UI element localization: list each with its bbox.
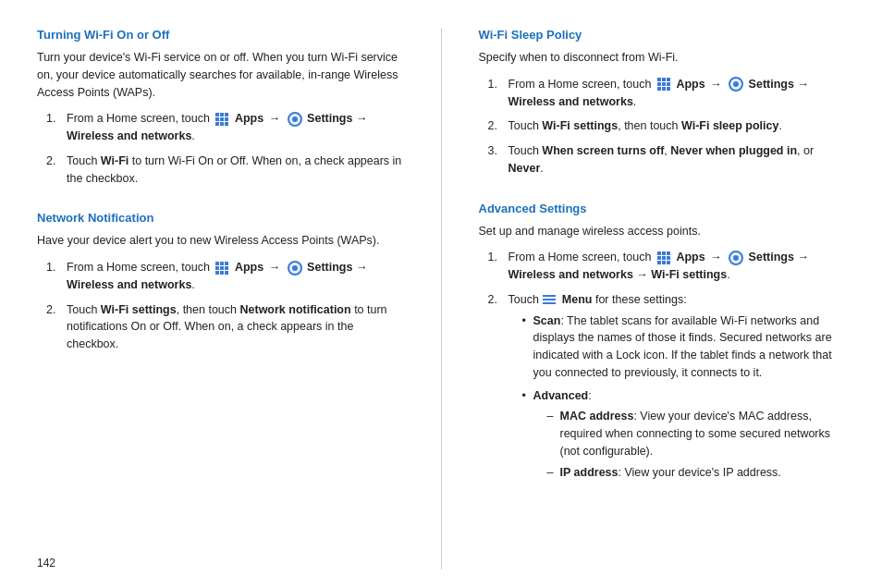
step-content: Touch Wi-Fi settings, then touch Wi-Fi s…: [508, 117, 846, 135]
step-num: 1.: [46, 259, 67, 294]
section-wifi-sleep-policy: Wi-Fi Sleep Policy Specify when to disco…: [479, 28, 846, 185]
sub-list: MAC address: View your device's MAC addr…: [547, 408, 846, 481]
settings-circle: [288, 112, 302, 127]
menu-line-1: [543, 295, 556, 297]
settings-label: Settings: [307, 261, 352, 274]
bullet-list: Scan: The tablet scans for available Wi-…: [522, 312, 846, 482]
step-2-turning-wifi: 2. Touch Wi-Fi to turn Wi-Fi On or Off. …: [46, 153, 404, 188]
wifi-bold: Wi-Fi: [101, 154, 129, 167]
network-notif-bold: Network notification: [240, 303, 351, 316]
arrow2: →: [356, 261, 368, 274]
never-plugged-bold: Never when plugged in: [670, 144, 797, 157]
settings-inner: [733, 255, 739, 261]
step-content: Touch Menu for these settings: Scan: The…: [508, 291, 846, 487]
sub-mac: MAC address: View your device's MAC addr…: [547, 408, 846, 459]
arrow2: →: [356, 112, 368, 125]
arrow: →: [710, 251, 722, 263]
arrow: →: [269, 112, 281, 125]
step-3-wifi-sleep: 3. Touch When screen turns off, Never wh…: [488, 142, 846, 178]
left-column: Turning Wi-Fi On or Off Turn your device…: [37, 28, 404, 570]
advanced-colon: :: [588, 389, 591, 402]
settings-icon: [287, 260, 303, 276]
apps-label: Apps: [235, 261, 263, 274]
section-network-notification: Network Notification Have your device al…: [37, 211, 404, 361]
apps-grid: [657, 78, 670, 91]
period: .: [633, 95, 636, 108]
advanced-bold: Advanced: [533, 389, 589, 402]
settings-inner: [733, 81, 739, 87]
section-body-wifi-sleep: Specify when to disconnect from Wi-Fi.: [479, 49, 846, 67]
settings-label: Settings: [749, 78, 794, 91]
settings-label: Settings: [307, 112, 352, 125]
apps-icon: [214, 260, 230, 276]
steps-advanced: 1. From a Home screen, touch Apps: [488, 249, 846, 486]
section-title-advanced: Advanced Settings: [479, 202, 846, 215]
step-content: Touch Wi-Fi to turn Wi-Fi On or Off. Whe…: [67, 153, 404, 188]
step-num: 2.: [46, 153, 67, 188]
menu-label: Menu: [562, 293, 593, 306]
apps-label: Apps: [676, 78, 704, 91]
bullet-advanced: Advanced: MAC address: View your device'…: [522, 387, 846, 482]
wireless-networks: Wireless and networks: [67, 278, 191, 291]
step-content: From a Home screen, touch Apps →: [508, 249, 846, 284]
never-bold: Never: [508, 162, 541, 175]
right-column: Wi-Fi Sleep Policy Specify when to disco…: [479, 28, 846, 570]
section-title-wifi-sleep: Wi-Fi Sleep Policy: [479, 28, 846, 42]
bullet-scan: Scan: The tablet scans for available Wi-…: [522, 312, 846, 382]
step-content: Touch When screen turns off, Never when …: [508, 142, 846, 178]
sub-ip: IP address: View your device's IP addres…: [547, 464, 846, 482]
arrow: →: [710, 78, 722, 91]
period: .: [191, 129, 194, 142]
apps-label: Apps: [676, 251, 704, 263]
wireless-networks: Wireless and networks: [508, 268, 633, 281]
settings-circle: [729, 77, 743, 92]
apps-grid: [657, 251, 670, 264]
settings-label: Settings: [749, 251, 794, 263]
apps-icon: [214, 111, 230, 128]
arrow: →: [269, 261, 281, 274]
step-1-network-notification: 1. From a Home screen, touch Apps: [46, 259, 404, 294]
column-divider: [441, 28, 442, 570]
step-1-advanced: 1. From a Home screen, touch Apps: [488, 249, 846, 284]
settings-circle: [288, 261, 302, 276]
apps-icon: [655, 250, 672, 266]
menu-line-2: [543, 299, 556, 300]
settings-icon: [728, 250, 744, 266]
arrow2: →: [797, 251, 809, 263]
arrow3: →: [636, 268, 648, 281]
wifi-settings-bold: Wi-Fi settings: [101, 303, 177, 316]
step-content: From a Home screen, touch Apps →: [67, 110, 404, 145]
settings-inner: [292, 265, 298, 271]
settings-circle: [729, 251, 743, 265]
menu-icon: [543, 293, 557, 306]
step-num: 1.: [488, 76, 508, 111]
arrow2: →: [797, 78, 809, 91]
step-num: 2.: [488, 117, 508, 135]
menu-line-3: [543, 302, 556, 304]
step-num: 1.: [488, 249, 508, 284]
ip-bold: IP address: [560, 466, 619, 479]
section-title-turning-wifi: Turning Wi-Fi On or Off: [37, 28, 404, 42]
steps-wifi-sleep: 1. From a Home screen, touch Apps: [488, 76, 846, 178]
sleep-policy-bold: Wi-Fi sleep policy: [681, 119, 778, 132]
period: .: [191, 278, 194, 291]
step-num: 2.: [488, 291, 508, 487]
wifi-settings-label: Wi-Fi settings: [651, 268, 727, 281]
apps-icon: [655, 76, 672, 92]
scan-bold: Scan: [533, 314, 561, 327]
section-body-advanced: Set up and manage wireless access points…: [479, 223, 846, 240]
section-body-network-notification: Have your device alert you to new Wirele…: [37, 232, 404, 250]
step-num: 2.: [46, 301, 67, 353]
step-content: Touch Wi-Fi settings, then touch Network…: [67, 301, 404, 353]
wireless-networks: Wireless and networks: [67, 129, 191, 142]
wifi-settings-bold: Wi-Fi settings: [542, 119, 618, 132]
apps-grid: [215, 262, 228, 275]
scan-text: : The tablet scans for available Wi-Fi n…: [533, 314, 832, 379]
period: .: [727, 268, 729, 281]
page-number: 142: [37, 557, 55, 570]
steps-network-notification: 1. From a Home screen, touch Apps: [46, 259, 404, 353]
step-2-advanced: 2. Touch Menu for these settings:: [488, 291, 846, 487]
apps-label: Apps: [235, 112, 263, 125]
settings-inner: [292, 116, 298, 122]
step-1-turning-wifi: 1. From a Home screen, touch Apps: [46, 110, 404, 145]
